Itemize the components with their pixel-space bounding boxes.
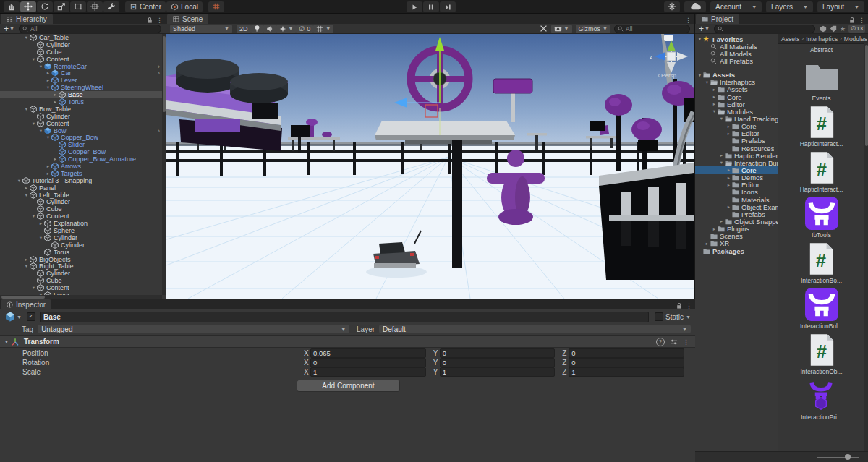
- expander-closed-icon[interactable]: ▸: [718, 218, 725, 224]
- hierarchy-item-bow-table[interactable]: ▾Bow_Table: [0, 106, 162, 113]
- create-asset-button[interactable]: +▼: [699, 24, 710, 34]
- hierarchy-item-copper-bow-armature[interactable]: ▸Copper_Bow_Armature: [0, 155, 162, 163]
- expander-closed-icon[interactable]: ▸: [704, 241, 710, 247]
- expander-closed-icon[interactable]: ▸: [711, 101, 718, 107]
- rotate-tool-button[interactable]: [37, 1, 53, 12]
- hierarchy-item-bigobjects[interactable]: ▸BigObjects: [0, 256, 162, 263]
- expander-open-icon[interactable]: ▾: [30, 285, 37, 291]
- project-tree-item-interhaptics[interactable]: ▾Interhaptics: [695, 79, 778, 86]
- lighting-toggle[interactable]: [251, 25, 263, 33]
- 2d-toggle[interactable]: 2D: [237, 25, 251, 33]
- hierarchy-item-cylinder[interactable]: Cylinder: [0, 241, 162, 249]
- asset-abstract[interactable]: Abstract: [810, 46, 833, 54]
- open-prefab-chevron-icon[interactable]: ›: [158, 69, 160, 77]
- rotation-y-field[interactable]: 0: [440, 358, 556, 367]
- hierarchy-item-car-table[interactable]: ▾Car_Table: [0, 34, 162, 41]
- tab-hierarchy[interactable]: Hierarchy: [1, 14, 53, 24]
- pivot-local-button[interactable]: Local: [166, 1, 203, 12]
- asset-interactionob[interactable]: #InteractionOb...: [800, 333, 842, 375]
- lock-icon[interactable]: [676, 302, 682, 309]
- hand-tool-button[interactable]: [4, 1, 20, 12]
- tab-scene[interactable]: Scene: [167, 14, 208, 24]
- hierarchy-item-torus[interactable]: Torus: [0, 249, 162, 256]
- expander-open-icon[interactable]: ▾: [697, 72, 703, 78]
- transform-component-header[interactable]: ▾ Transform ? ⋮: [0, 335, 695, 348]
- project-tree-item-icons[interactable]: Icons: [695, 189, 778, 196]
- project-tree-item-all-materials[interactable]: All Materials: [695, 43, 778, 50]
- position-z-field[interactable]: 0: [569, 348, 684, 358]
- project-tree-item-prefabs[interactable]: Prefabs: [695, 210, 778, 218]
- rotation-z-field[interactable]: 0: [569, 358, 684, 367]
- hierarchy-item-cylinder[interactable]: Cylinder: [0, 41, 162, 48]
- project-tree-item-plugins[interactable]: ▸Plugins: [695, 226, 778, 233]
- expander-open-icon[interactable]: ▾: [23, 35, 30, 40]
- open-prefab-chevron-icon[interactable]: ›: [158, 63, 160, 70]
- expander-closed-icon[interactable]: ▸: [726, 131, 732, 137]
- expander-closed-icon[interactable]: ▸: [726, 124, 732, 129]
- kebab-menu-icon[interactable]: ⋮: [859, 17, 865, 24]
- create-button[interactable]: +▼: [4, 24, 14, 34]
- gizmos-dropdown[interactable]: Gizmos▼: [576, 25, 610, 33]
- scale-z-field[interactable]: 1: [569, 367, 684, 377]
- hierarchy-item-arrows[interactable]: ▸Arrows: [0, 163, 162, 170]
- hierarchy-item-content[interactable]: ▾Content: [0, 213, 162, 220]
- expander-closed-icon[interactable]: ▸: [52, 92, 59, 98]
- hierarchy-item-sphere[interactable]: Sphere: [0, 227, 162, 234]
- chevron-down-icon[interactable]: ▼: [17, 315, 22, 320]
- hierarchy-item-tutorial-3-snapping[interactable]: ▾Tutorial 3 - Snapping: [0, 177, 162, 184]
- package-filter-icon[interactable]: [820, 25, 827, 33]
- expander-open-icon[interactable]: ▾: [23, 106, 30, 112]
- expander-closed-icon[interactable]: ▸: [45, 70, 51, 76]
- expander-closed-icon[interactable]: ▸: [711, 87, 718, 93]
- scale-y-field[interactable]: 1: [440, 367, 556, 377]
- presets-icon[interactable]: [670, 338, 678, 346]
- project-tree-item-all-models[interactable]: All Models: [695, 50, 778, 57]
- project-tree-item-core[interactable]: ▸Core: [695, 123, 778, 130]
- label-filter-icon[interactable]: [830, 25, 837, 33]
- expander-open-icon[interactable]: ▾: [38, 64, 44, 69]
- shading-mode-dropdown[interactable]: Shaded▼: [170, 25, 232, 33]
- grid-snapping-button[interactable]: [208, 1, 224, 12]
- expander-open-icon[interactable]: ▾: [45, 85, 51, 90]
- layer-dropdown[interactable]: Default▼: [379, 325, 691, 333]
- project-tree-item-object-snapper[interactable]: ▸Object Snapper: [695, 218, 778, 225]
- asset-grid-scrollbar[interactable]: [864, 43, 868, 452]
- hierarchy-item-copper-bow[interactable]: ▾Copper_Bow: [0, 134, 162, 141]
- tab-inspector[interactable]: Inspector: [1, 299, 51, 309]
- static-dropdown-icon[interactable]: ▼: [686, 315, 691, 320]
- project-tree-item-materials[interactable]: Materials: [695, 196, 778, 203]
- project-tree-item-demos[interactable]: ▸Demos: [695, 174, 778, 181]
- hierarchy-item-cylinder[interactable]: Cylinder: [0, 113, 162, 120]
- expander-closed-icon[interactable]: ▸: [52, 156, 59, 162]
- expander-open-icon[interactable]: ▾: [30, 213, 37, 219]
- hierarchy-search[interactable]: All: [19, 25, 161, 33]
- layout-dropdown[interactable]: Layout▼: [817, 1, 864, 12]
- position-y-field[interactable]: 0: [440, 348, 556, 358]
- expander-closed-icon[interactable]: ▸: [718, 153, 725, 158]
- hierarchy-item-targets[interactable]: ▸Targets: [0, 170, 162, 177]
- hierarchy-item-cube[interactable]: Cube: [0, 205, 162, 213]
- breadcrumb[interactable]: Assets›Interhaptics›Modules›: [778, 34, 868, 44]
- scene-search[interactable]: All: [614, 25, 690, 33]
- project-tree-item-prefabs[interactable]: Prefabs: [695, 137, 778, 145]
- overlay-tools-icon[interactable]: [540, 25, 548, 33]
- hierarchy-item-left-table[interactable]: ▾Left_Table: [0, 192, 162, 199]
- breadcrumb-item-interhaptics[interactable]: Interhaptics: [806, 35, 838, 43]
- rect-tool-button[interactable]: [70, 1, 86, 12]
- expander-open-icon[interactable]: ▾: [23, 192, 30, 198]
- hierarchy-item-explanation[interactable]: ▸Explanation: [0, 220, 162, 227]
- project-tree-item-assets[interactable]: ▸Assets: [695, 86, 778, 93]
- position-x-field[interactable]: 0.065: [310, 348, 426, 358]
- move-tool-button[interactable]: [20, 1, 36, 12]
- hierarchy-item-torus[interactable]: ▸Torus: [0, 98, 162, 106]
- project-tree-item-assets[interactable]: ▾Assets: [695, 72, 778, 79]
- project-tree-item-resources[interactable]: Resources: [695, 145, 778, 152]
- project-tree-item-packages[interactable]: Packages: [695, 247, 778, 254]
- lock-icon[interactable]: [147, 17, 153, 24]
- hierarchy-item-lever[interactable]: ▸Lever: [0, 77, 162, 84]
- kebab-menu-icon[interactable]: ⋮: [685, 17, 692, 24]
- expander-open-icon[interactable]: ▾: [30, 56, 37, 62]
- hierarchy-item-panel[interactable]: ▸Panel: [0, 184, 162, 192]
- editor-settings-button[interactable]: [664, 1, 680, 12]
- kebab-menu-icon[interactable]: ⋮: [156, 17, 163, 24]
